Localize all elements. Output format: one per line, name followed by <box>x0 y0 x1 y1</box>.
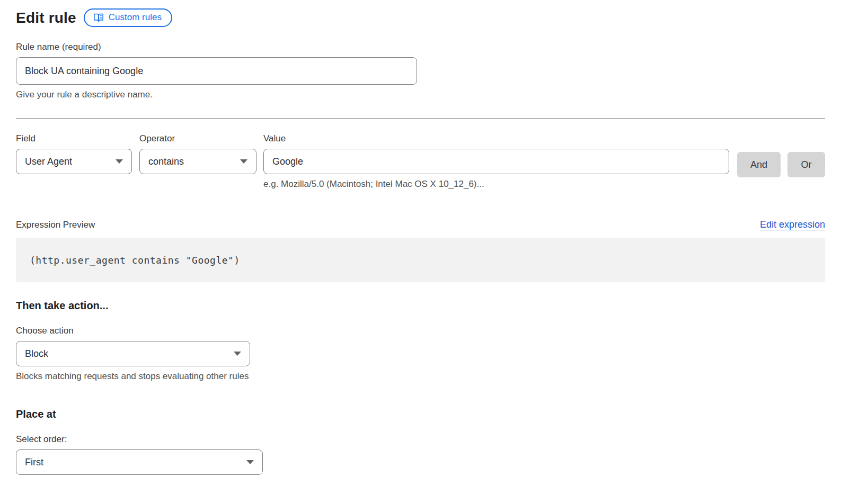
choose-action-label: Choose action <box>16 326 825 336</box>
operator-select[interactable]: contains <box>139 149 256 174</box>
section-divider <box>16 118 825 119</box>
chevron-down-icon <box>240 159 247 164</box>
select-order-label: Select order: <box>16 434 825 445</box>
chevron-down-icon <box>234 352 241 356</box>
chevron-down-icon <box>246 460 254 464</box>
custom-rules-button-label: Custom rules <box>109 12 162 23</box>
order-select-value: First <box>25 457 43 468</box>
field-select-value: User Agent <box>25 156 72 167</box>
operator-label: Operator <box>139 133 256 144</box>
expression-preview-box: (http.user_agent contains "Google") <box>16 238 825 282</box>
chevron-down-icon <box>116 159 123 164</box>
value-input[interactable] <box>263 149 729 174</box>
condition-row: Field User Agent Operator contains Value… <box>16 133 825 190</box>
value-label: Value <box>263 133 729 144</box>
value-column: Value e.g. Mozilla/5.0 (Macintosh; Intel… <box>263 133 729 190</box>
place-heading: Place at <box>16 408 825 420</box>
or-button[interactable]: Or <box>787 152 825 177</box>
field-label: Field <box>16 133 132 144</box>
page-title: Edit rule <box>16 10 76 26</box>
action-select[interactable]: Block <box>16 341 250 366</box>
value-helper: e.g. Mozilla/5.0 (Macintosh; Intel Mac O… <box>263 179 729 190</box>
action-select-value: Block <box>25 348 48 359</box>
action-helper: Blocks matching requests and stops evalu… <box>16 371 825 382</box>
action-section: Then take action... Choose action Block … <box>16 300 825 382</box>
edit-expression-link[interactable]: Edit expression <box>760 219 825 230</box>
rule-name-section: Rule name (required) Give your rule a de… <box>16 42 825 100</box>
rule-name-input[interactable] <box>16 57 417 85</box>
field-select[interactable]: User Agent <box>16 149 132 174</box>
expression-preview-label: Expression Preview <box>16 220 95 230</box>
order-select[interactable]: First <box>16 449 263 475</box>
book-icon <box>93 13 104 22</box>
page-header: Edit rule Custom rules <box>16 8 825 27</box>
edit-rule-page: Edit rule Custom rules Rule name (requir… <box>0 0 841 475</box>
rule-name-label: Rule name (required) <box>16 42 825 52</box>
operator-column: Operator contains <box>139 133 256 174</box>
place-section: Place at Select order: First <box>16 408 825 475</box>
custom-rules-button[interactable]: Custom rules <box>84 8 172 27</box>
expression-code: (http.user_agent contains "Google") <box>30 255 240 266</box>
rule-name-helper: Give your rule a descriptive name. <box>16 89 825 100</box>
expression-header: Expression Preview Edit expression <box>16 219 825 230</box>
and-button[interactable]: And <box>737 152 781 177</box>
operator-select-value: contains <box>148 156 184 167</box>
field-column: Field User Agent <box>16 133 132 174</box>
action-heading: Then take action... <box>16 300 825 312</box>
